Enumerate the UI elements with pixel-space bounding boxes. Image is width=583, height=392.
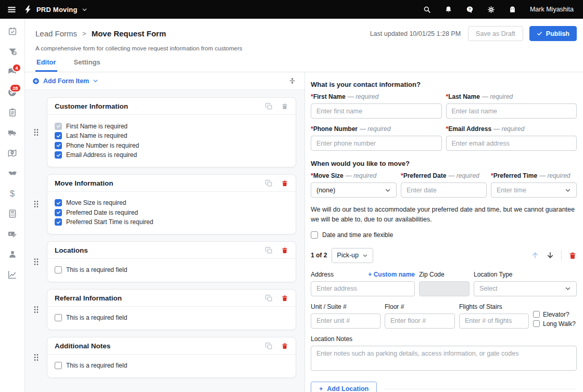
sidebar-item-tasks[interactable]: 28 xyxy=(0,87,25,108)
sidebar-item-calendar[interactable] xyxy=(0,27,25,47)
required-option[interactable]: This is a required field xyxy=(55,313,288,322)
floor-input[interactable] xyxy=(385,313,455,329)
user-menu[interactable]: Mark Miyashita xyxy=(530,6,574,13)
checkbox[interactable] xyxy=(311,231,318,239)
delete-icon[interactable] xyxy=(281,246,288,254)
checkbox[interactable] xyxy=(533,311,540,318)
map-pin-icon xyxy=(7,148,17,158)
drag-handle[interactable] xyxy=(25,354,47,361)
sidebar-item-sales[interactable]: $ xyxy=(0,189,25,209)
delete-icon[interactable] xyxy=(281,102,288,110)
publish-button[interactable]: Publish xyxy=(529,26,577,41)
hamburger-icon[interactable] xyxy=(7,5,16,14)
flights-input[interactable] xyxy=(459,313,529,329)
add-form-item-button[interactable]: Add Form Item xyxy=(32,77,98,85)
checkbox[interactable] xyxy=(55,362,62,369)
checkbox[interactable] xyxy=(55,218,62,226)
form-builder-panel: Add Form Item xyxy=(25,72,305,392)
brand-menu[interactable]: PRD Moving xyxy=(23,5,87,14)
checkbox[interactable] xyxy=(533,320,540,327)
phone-input[interactable] xyxy=(311,136,442,151)
required-option[interactable]: Phone Number is required xyxy=(55,141,288,150)
drag-handle[interactable] xyxy=(25,258,47,266)
breadcrumb-parent[interactable]: Lead Forms xyxy=(35,29,77,38)
delete-icon[interactable] xyxy=(281,179,288,187)
delete-location-icon[interactable] xyxy=(568,251,577,260)
location-type-select[interactable]: Pick-up xyxy=(332,248,373,263)
checkbox[interactable] xyxy=(55,209,62,216)
delete-icon[interactable] xyxy=(281,294,288,302)
sidebar-item-truck[interactable] xyxy=(0,128,25,148)
add-location-button[interactable]: + Add Location xyxy=(311,382,377,392)
checkbox[interactable] xyxy=(55,132,62,139)
duplicate-icon[interactable] xyxy=(265,246,273,254)
checkbox[interactable] xyxy=(55,151,62,159)
required-option[interactable]: This is a required field xyxy=(55,361,288,370)
long-walk-option[interactable]: Long Walk? xyxy=(533,320,577,328)
search-icon[interactable] xyxy=(423,6,431,14)
clipboard-icon xyxy=(8,108,17,117)
save-as-draft-button[interactable]: Save as Draft xyxy=(468,26,523,41)
sidebar-item-map[interactable] xyxy=(0,148,25,168)
card-title: Move Information xyxy=(55,179,113,187)
form-item-move-information: Move Information Move Size xyxy=(25,174,296,234)
custom-name-link[interactable]: + Custom name xyxy=(368,271,415,278)
required-option[interactable]: First Name is required xyxy=(55,122,288,130)
address-input[interactable] xyxy=(311,281,415,296)
location-notes-input[interactable] xyxy=(311,346,577,371)
sidebar-item-crew[interactable] xyxy=(0,168,25,189)
required-option[interactable]: Preferred Start Time is required xyxy=(55,218,288,226)
drag-handle[interactable] xyxy=(25,128,47,136)
last-name-input[interactable] xyxy=(446,103,577,119)
chevron-down-icon xyxy=(82,7,87,12)
sidebar-item-customers[interactable] xyxy=(0,250,25,270)
required-option[interactable]: This is a required field xyxy=(55,266,288,274)
drag-handle[interactable] xyxy=(25,306,47,313)
required-option[interactable]: Preferred Date is required xyxy=(55,208,288,217)
collapse-all-icon[interactable] xyxy=(288,77,296,85)
drag-handle[interactable] xyxy=(25,200,47,208)
tab-editor[interactable]: Editor xyxy=(35,58,57,72)
duplicate-icon[interactable] xyxy=(265,179,273,187)
form-item-additional-notes: Additional Notes This is a xyxy=(25,337,296,378)
delete-icon[interactable] xyxy=(281,342,288,350)
required-option[interactable]: Email Address is required xyxy=(55,151,288,159)
gear-icon[interactable] xyxy=(487,6,495,14)
checkbox[interactable] xyxy=(55,142,62,149)
sidebar-item-billing[interactable]: $ xyxy=(0,229,25,250)
checkbox[interactable] xyxy=(55,266,62,273)
location-type-dropdown[interactable]: Select xyxy=(474,281,577,296)
tab-settings[interactable]: Settings xyxy=(73,58,102,72)
svg-text:?: ? xyxy=(468,7,471,11)
move-down-icon[interactable] xyxy=(546,251,554,259)
brand-name: PRD Moving xyxy=(36,6,78,14)
help-icon[interactable]: ? xyxy=(466,6,474,14)
first-name-input[interactable] xyxy=(311,103,442,119)
sidebar-item-filter[interactable] xyxy=(0,47,25,67)
form-item-referral-information: Referral Information This xyxy=(25,289,296,330)
duplicate-icon[interactable] xyxy=(265,342,273,350)
sidebar-item-clipboard[interactable] xyxy=(0,108,25,128)
sidebar-item-calculator[interactable] xyxy=(0,209,25,229)
duplicate-icon[interactable] xyxy=(265,102,273,110)
required-option[interactable]: Last Name is required xyxy=(55,132,288,140)
duplicate-icon[interactable] xyxy=(265,294,273,302)
email-input[interactable] xyxy=(446,136,577,151)
preferred-time-select[interactable]: Enter time xyxy=(491,182,577,198)
preferred-date-input[interactable] xyxy=(401,182,487,198)
ghost-icon[interactable] xyxy=(509,6,516,14)
move-size-select[interactable]: (none) xyxy=(311,182,397,198)
checkbox[interactable] xyxy=(55,199,62,206)
bell-icon[interactable] xyxy=(445,6,452,14)
unit-input[interactable] xyxy=(311,313,381,329)
required-option[interactable]: Move Size is required xyxy=(55,199,288,207)
move-size-field: *Move Size— required (none) xyxy=(311,172,397,198)
floor-field: Floor # xyxy=(385,303,455,329)
breadcrumb-separator: > xyxy=(82,30,86,37)
flexible-date-option[interactable]: Date and time are flexible xyxy=(311,231,577,239)
elevator-option[interactable]: Elevator? xyxy=(533,311,577,318)
sidebar-item-analytics[interactable] xyxy=(0,270,25,290)
messages-badge: 4 xyxy=(12,63,21,72)
access-checks: Elevator? Long Walk? xyxy=(533,303,577,329)
checkbox[interactable] xyxy=(55,314,62,321)
